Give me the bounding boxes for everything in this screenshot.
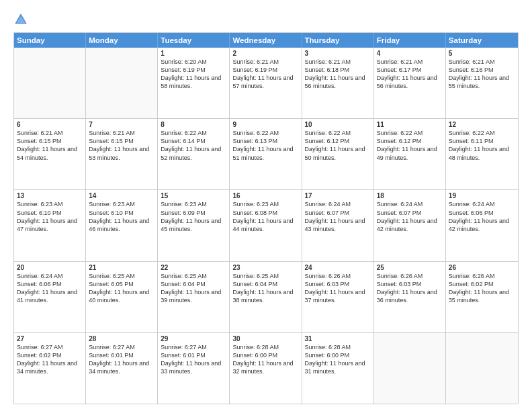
day-number: 7 [89,121,154,128]
cell-text: Sunrise: 6:23 AMSunset: 6:10 PMDaylight:… [89,200,154,233]
calendar-cell: 23Sunrise: 6:25 AMSunset: 6:04 PMDayligh… [230,262,302,332]
cell-text: Sunrise: 6:21 AMSunset: 6:15 PMDaylight:… [89,129,154,162]
cell-text: Sunrise: 6:24 AMSunset: 6:07 PMDaylight:… [377,200,443,233]
cell-text: Sunrise: 6:21 AMSunset: 6:19 PMDaylight:… [232,58,298,91]
day-number: 18 [377,192,443,199]
calendar-cell: 15Sunrise: 6:23 AMSunset: 6:09 PMDayligh… [158,190,230,261]
cell-text: Sunrise: 6:27 AMSunset: 6:02 PMDaylight:… [17,343,83,376]
day-number: 15 [161,192,226,199]
calendar-cell: 24Sunrise: 6:26 AMSunset: 6:03 PMDayligh… [302,262,374,332]
cell-text: Sunrise: 6:24 AMSunset: 6:07 PMDaylight:… [305,200,371,233]
cell-text: Sunrise: 6:22 AMSunset: 6:12 PMDaylight:… [377,129,443,162]
day-number: 10 [305,121,371,128]
cell-text: Sunrise: 6:22 AMSunset: 6:11 PMDaylight:… [449,129,515,162]
calendar-cell: 31Sunrise: 6:28 AMSunset: 6:00 PMDayligh… [302,333,374,404]
day-number: 30 [232,335,298,342]
day-number: 3 [305,50,371,57]
page: SundayMondayTuesdayWednesdayThursdayFrid… [0,0,532,411]
calendar-cell: 10Sunrise: 6:22 AMSunset: 6:12 PMDayligh… [302,119,374,189]
header [13,12,519,27]
cell-text: Sunrise: 6:27 AMSunset: 6:01 PMDaylight:… [89,343,154,376]
logo [13,12,31,27]
calendar-cell: 8Sunrise: 6:22 AMSunset: 6:14 PMDaylight… [158,119,230,189]
cell-text: Sunrise: 6:26 AMSunset: 6:03 PMDaylight:… [305,272,371,305]
cell-text: Sunrise: 6:21 AMSunset: 6:17 PMDaylight:… [377,58,443,91]
calendar-cell: 22Sunrise: 6:25 AMSunset: 6:04 PMDayligh… [158,262,230,332]
cell-text: Sunrise: 6:21 AMSunset: 6:15 PMDaylight:… [17,129,83,162]
day-number: 14 [89,192,154,199]
calendar-cell: 19Sunrise: 6:24 AMSunset: 6:06 PMDayligh… [446,190,518,261]
calendar-row: 27Sunrise: 6:27 AMSunset: 6:02 PMDayligh… [14,333,518,404]
day-number: 19 [449,192,515,199]
calendar-row: 1Sunrise: 6:20 AMSunset: 6:19 PMDaylight… [14,48,518,119]
day-number: 13 [17,192,83,199]
day-number: 12 [449,121,515,128]
cell-text: Sunrise: 6:23 AMSunset: 6:08 PMDaylight:… [232,200,298,233]
calendar-cell: 28Sunrise: 6:27 AMSunset: 6:01 PMDayligh… [86,333,158,404]
cal-header-day: Monday [86,33,158,48]
cell-text: Sunrise: 6:27 AMSunset: 6:01 PMDaylight:… [161,343,226,376]
calendar-header: SundayMondayTuesdayWednesdayThursdayFrid… [14,33,518,48]
cal-header-day: Friday [374,33,446,48]
calendar-cell: 29Sunrise: 6:27 AMSunset: 6:01 PMDayligh… [158,333,230,404]
cal-header-day: Sunday [14,33,86,48]
calendar-cell: 27Sunrise: 6:27 AMSunset: 6:02 PMDayligh… [14,333,86,404]
calendar-cell [446,333,518,404]
calendar-cell: 18Sunrise: 6:24 AMSunset: 6:07 PMDayligh… [374,190,446,261]
cell-text: Sunrise: 6:25 AMSunset: 6:05 PMDaylight:… [89,272,154,305]
cal-header-day: Saturday [446,33,518,48]
day-number: 24 [305,264,371,271]
day-number: 6 [17,121,83,128]
day-number: 29 [161,335,226,342]
calendar-cell: 12Sunrise: 6:22 AMSunset: 6:11 PMDayligh… [446,119,518,189]
calendar-cell: 6Sunrise: 6:21 AMSunset: 6:15 PMDaylight… [14,119,86,189]
cell-text: Sunrise: 6:22 AMSunset: 6:14 PMDaylight:… [161,129,226,162]
calendar-cell: 4Sunrise: 6:21 AMSunset: 6:17 PMDaylight… [374,48,446,118]
calendar-cell: 16Sunrise: 6:23 AMSunset: 6:08 PMDayligh… [230,190,302,261]
calendar-row: 20Sunrise: 6:24 AMSunset: 6:06 PMDayligh… [14,262,518,333]
calendar-cell: 25Sunrise: 6:26 AMSunset: 6:03 PMDayligh… [374,262,446,332]
day-number: 16 [232,192,298,199]
day-number: 2 [232,50,298,57]
day-number: 22 [161,264,226,271]
cell-text: Sunrise: 6:20 AMSunset: 6:19 PMDaylight:… [161,58,226,91]
logo-icon [13,12,28,27]
calendar-cell: 11Sunrise: 6:22 AMSunset: 6:12 PMDayligh… [374,119,446,189]
calendar-body: 1Sunrise: 6:20 AMSunset: 6:19 PMDaylight… [14,48,518,404]
calendar-cell [86,48,158,118]
day-number: 31 [305,335,371,342]
calendar-cell: 1Sunrise: 6:20 AMSunset: 6:19 PMDaylight… [158,48,230,118]
calendar-cell: 30Sunrise: 6:28 AMSunset: 6:00 PMDayligh… [230,333,302,404]
cell-text: Sunrise: 6:26 AMSunset: 6:03 PMDaylight:… [377,272,443,305]
day-number: 8 [161,121,226,128]
calendar-cell [14,48,86,118]
day-number: 26 [449,264,515,271]
cell-text: Sunrise: 6:23 AMSunset: 6:10 PMDaylight:… [17,200,83,233]
cell-text: Sunrise: 6:22 AMSunset: 6:13 PMDaylight:… [232,129,298,162]
day-number: 21 [89,264,154,271]
cell-text: Sunrise: 6:23 AMSunset: 6:09 PMDaylight:… [161,200,226,233]
day-number: 28 [89,335,154,342]
calendar-cell: 20Sunrise: 6:24 AMSunset: 6:06 PMDayligh… [14,262,86,332]
day-number: 1 [161,50,226,57]
calendar-cell: 13Sunrise: 6:23 AMSunset: 6:10 PMDayligh… [14,190,86,261]
calendar-cell: 9Sunrise: 6:22 AMSunset: 6:13 PMDaylight… [230,119,302,189]
cell-text: Sunrise: 6:28 AMSunset: 6:00 PMDaylight:… [305,343,371,376]
day-number: 25 [377,264,443,271]
calendar-cell: 7Sunrise: 6:21 AMSunset: 6:15 PMDaylight… [86,119,158,189]
calendar-cell: 14Sunrise: 6:23 AMSunset: 6:10 PMDayligh… [86,190,158,261]
calendar-row: 13Sunrise: 6:23 AMSunset: 6:10 PMDayligh… [14,190,518,261]
calendar-cell: 17Sunrise: 6:24 AMSunset: 6:07 PMDayligh… [302,190,374,261]
calendar: SundayMondayTuesdayWednesdayThursdayFrid… [13,32,519,404]
cell-text: Sunrise: 6:22 AMSunset: 6:12 PMDaylight:… [305,129,371,162]
cal-header-day: Thursday [302,33,374,48]
day-number: 9 [232,121,298,128]
day-number: 23 [232,264,298,271]
cal-header-day: Wednesday [230,33,302,48]
cal-header-day: Tuesday [158,33,230,48]
cell-text: Sunrise: 6:28 AMSunset: 6:00 PMDaylight:… [232,343,298,376]
calendar-row: 6Sunrise: 6:21 AMSunset: 6:15 PMDaylight… [14,119,518,190]
cell-text: Sunrise: 6:21 AMSunset: 6:18 PMDaylight:… [305,58,371,91]
day-number: 11 [377,121,443,128]
cell-text: Sunrise: 6:24 AMSunset: 6:06 PMDaylight:… [449,200,515,233]
